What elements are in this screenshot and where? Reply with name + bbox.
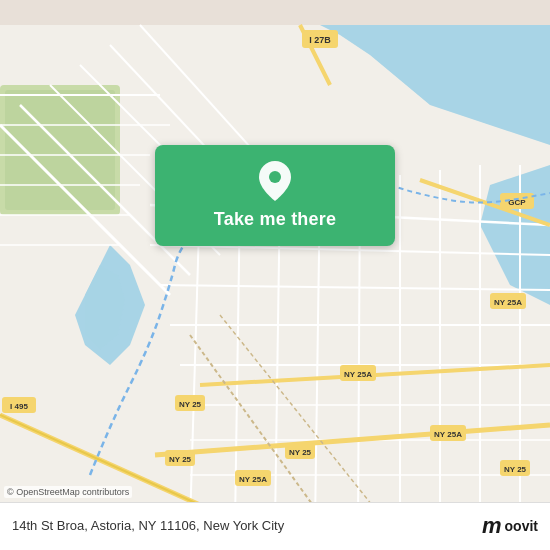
svg-text:NY 25A: NY 25A <box>494 298 522 307</box>
svg-text:NY 25: NY 25 <box>289 448 312 457</box>
svg-text:NY 25: NY 25 <box>179 400 202 409</box>
map-pin-icon <box>257 159 293 203</box>
bottom-bar: 14th St Broa, Astoria, NY 11106, New Yor… <box>0 502 550 550</box>
address-label: 14th St Broa, Astoria, NY 11106, New Yor… <box>12 518 284 533</box>
svg-text:NY 25: NY 25 <box>169 455 192 464</box>
svg-text:NY 25A: NY 25A <box>239 475 267 484</box>
svg-text:NY 25A: NY 25A <box>434 430 462 439</box>
map-background: I 27B GCP NY 25 NY 25 NY 25A NY 25 NY 25… <box>0 0 550 550</box>
svg-text:NY 25A: NY 25A <box>344 370 372 379</box>
svg-point-66 <box>269 171 281 183</box>
svg-text:I 495: I 495 <box>10 402 28 411</box>
moovit-m-letter: m <box>482 513 502 539</box>
moovit-logo: m oovit <box>482 513 538 539</box>
svg-text:I 27B: I 27B <box>309 35 331 45</box>
map-attribution: © OpenStreetMap contributors <box>4 486 132 498</box>
take-me-there-button[interactable]: Take me there <box>155 145 395 246</box>
moovit-brand-text: oovit <box>505 518 538 534</box>
take-me-there-label: Take me there <box>214 209 336 230</box>
map-container: I 27B GCP NY 25 NY 25 NY 25A NY 25 NY 25… <box>0 0 550 550</box>
svg-text:NY 25: NY 25 <box>504 465 527 474</box>
